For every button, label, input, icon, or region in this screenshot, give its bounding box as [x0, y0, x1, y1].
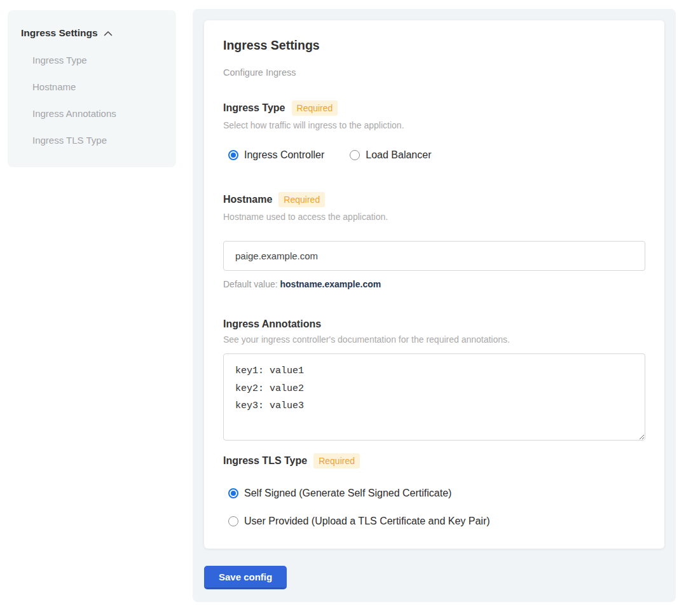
radio-label: Ingress Controller: [244, 149, 324, 161]
group-ingress-tls-type: Ingress TLS Type Required Self Signed (G…: [223, 453, 645, 527]
ingress-type-options: Ingress Controller Load Balancer: [223, 149, 645, 161]
radio-label: Load Balancer: [366, 149, 431, 161]
radio-icon[interactable]: [228, 150, 238, 160]
required-badge: Required: [278, 192, 325, 207]
radio-icon[interactable]: [228, 516, 238, 526]
hostname-label: Hostname: [223, 194, 272, 205]
page-subtitle: Configure Ingress: [223, 67, 645, 78]
config-nav-sidebar: Ingress Settings Ingress Type Hostname I…: [8, 10, 176, 167]
sidebar-item-ingress-tls-type[interactable]: Ingress TLS Type: [21, 127, 163, 154]
page-title: Ingress Settings: [223, 38, 645, 53]
tls-type-label: Ingress TLS Type: [223, 455, 307, 467]
ingress-type-label: Ingress Type: [223, 102, 285, 114]
sidebar-item-ingress-type[interactable]: Ingress Type: [21, 47, 163, 74]
sidebar-group-title: Ingress Settings: [21, 27, 98, 39]
group-ingress-type: Ingress Type Required Select how traffic…: [223, 100, 645, 161]
hostname-default-line: Default value: hostname.example.com: [223, 279, 645, 289]
radio-option-user-provided[interactable]: User Provided (Upload a TLS Certificate …: [228, 516, 645, 527]
ingress-type-help: Select how traffic will ingress to the a…: [223, 120, 645, 130]
radio-label: Self Signed (Generate Self Signed Certif…: [244, 488, 451, 499]
annotations-label: Ingress Annotations: [223, 318, 321, 330]
radio-option-load-balancer[interactable]: Load Balancer: [350, 149, 431, 161]
sidebar-item-ingress-annotations[interactable]: Ingress Annotations: [21, 100, 163, 127]
chevron-up-icon: [104, 31, 113, 36]
config-card: Ingress Settings Configure Ingress Ingre…: [204, 20, 664, 549]
radio-icon[interactable]: [350, 150, 360, 160]
save-config-button[interactable]: Save config: [204, 566, 287, 589]
config-panel: Ingress Settings Configure Ingress Ingre…: [193, 9, 676, 602]
radio-icon[interactable]: [228, 488, 238, 498]
required-badge: Required: [313, 453, 360, 469]
hostname-input[interactable]: [223, 241, 645, 271]
annotations-textarea[interactable]: key1: value1 key2: value2 key3: value3: [223, 353, 645, 441]
sidebar-item-hostname[interactable]: Hostname: [21, 74, 163, 100]
annotations-help: See your ingress controller's documentat…: [223, 334, 645, 345]
sidebar-item-list: Ingress Type Hostname Ingress Annotation…: [21, 47, 163, 154]
radio-option-ingress-controller[interactable]: Ingress Controller: [228, 149, 324, 161]
tls-type-options: Self Signed (Generate Self Signed Certif…: [223, 488, 645, 527]
group-ingress-annotations: Ingress Annotations See your ingress con…: [223, 318, 645, 441]
sidebar-group-toggle[interactable]: Ingress Settings: [21, 27, 163, 39]
hostname-help: Hostname used to access the application.: [223, 212, 645, 222]
required-badge: Required: [292, 100, 338, 116]
default-value-prefix: Default value:: [223, 279, 280, 289]
default-value: hostname.example.com: [280, 279, 381, 289]
radio-label: User Provided (Upload a TLS Certificate …: [244, 516, 490, 527]
radio-option-self-signed[interactable]: Self Signed (Generate Self Signed Certif…: [228, 488, 645, 499]
group-hostname: Hostname Required Hostname used to acces…: [223, 192, 645, 289]
